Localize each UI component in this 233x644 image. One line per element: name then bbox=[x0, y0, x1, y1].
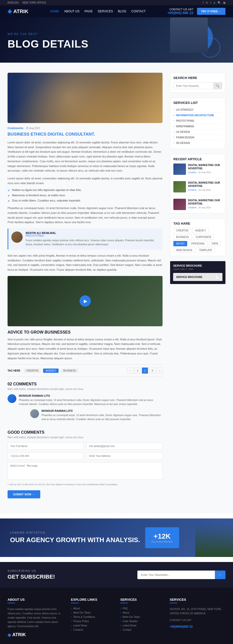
footer-service-news[interactable]: Latest News bbox=[120, 624, 162, 627]
footer-contact-title: SERVICES bbox=[170, 598, 225, 603]
author-quote: Sed nec sapien nec nibh porta fringilla.… bbox=[8, 253, 163, 272]
tag-chip-corporate[interactable]: CORPORATE bbox=[193, 234, 214, 240]
language-selector[interactable]: ENGLISH bbox=[8, 1, 19, 4]
try-free-button[interactable]: TRY IT FREE → bbox=[197, 8, 225, 15]
service-label-3: PROTOTYPING bbox=[176, 119, 195, 122]
pinterest-icon[interactable]: p bbox=[214, 1, 215, 4]
service-item-5[interactable]: + UX DESIGN bbox=[173, 129, 222, 135]
footer-service-case[interactable]: Case Studies bbox=[120, 620, 162, 623]
nav-services[interactable]: SERVICES bbox=[98, 10, 113, 13]
nav-blog[interactable]: BLOG bbox=[118, 10, 126, 13]
footer-link-privacy[interactable]: Privacy Policy bbox=[71, 620, 113, 623]
tag-chip-template[interactable]: TEMPLATE bbox=[196, 248, 215, 253]
service-dot-2: + bbox=[173, 114, 175, 116]
tag-chip-personal[interactable]: PERSONAL bbox=[188, 241, 208, 246]
phone-input[interactable] bbox=[8, 452, 84, 460]
service-item-1[interactable]: + UX STRATEGY bbox=[173, 107, 222, 113]
instagram-icon[interactable]: in bbox=[206, 1, 208, 4]
search-button[interactable]: 🔍 bbox=[213, 83, 222, 89]
facebook-icon[interactable]: f bbox=[203, 1, 204, 4]
nav-home[interactable]: HOME bbox=[50, 10, 59, 13]
twitter-icon[interactable]: t bbox=[211, 1, 211, 4]
office-selector[interactable]: NEW YORK OFFICE bbox=[22, 1, 46, 4]
cta-stat: +12K Our Active Member bbox=[145, 527, 179, 548]
page-3[interactable]: 3 bbox=[149, 368, 155, 374]
tag-agency[interactable]: AGENCY bbox=[43, 369, 59, 373]
comment-body-1: MONSUR RAIMAN LITO Phasellus ac consequa… bbox=[19, 394, 163, 425]
comments-subtitle: Nam velit metus, volutpat elementum susc… bbox=[8, 388, 163, 390]
newsletter-input[interactable] bbox=[137, 571, 215, 579]
blog-category[interactable]: Creativworks bbox=[8, 127, 23, 130]
footer-link-terms[interactable]: Terms & Conditions bbox=[71, 616, 113, 618]
tags-row: TAG HERE CREATIVE AGENCY BUSINESS ← 1 2 … bbox=[8, 364, 163, 377]
tag-creative[interactable]: CREATIVE bbox=[24, 369, 41, 373]
name-input[interactable] bbox=[8, 442, 84, 450]
check-item-1: ✔ Nullam eu ligula nec felis dignissim e… bbox=[8, 188, 163, 192]
tag-chip-business[interactable]: BUSINESS bbox=[173, 234, 192, 240]
service-item-4[interactable]: + WIREFRAMING bbox=[173, 124, 222, 129]
blog-hero-image bbox=[8, 73, 163, 123]
recent-item-1[interactable]: DIGITAL MARKETING OUR ADVERTISE. Creativ… bbox=[173, 164, 222, 178]
nav-contact[interactable]: CONTACT bbox=[131, 10, 146, 13]
service-item-7[interactable]: + XD DESIGN bbox=[173, 140, 222, 146]
tag-chip-agency[interactable]: AGENCY bbox=[192, 228, 209, 233]
page-1[interactable]: 1 bbox=[135, 368, 141, 374]
recent-item-3[interactable]: DIGITAL MARKETING OUR ADVERTISE. Creativ… bbox=[173, 199, 222, 210]
footer-address: SUITE/FL NO. 15, 15TH PHASE, NEW YORK, U… bbox=[170, 607, 225, 616]
service-dot-4: + bbox=[173, 125, 175, 128]
service-label-6: FIGMA DESIGN bbox=[176, 136, 194, 139]
newsletter-submit-button[interactable]: → bbox=[215, 571, 225, 579]
submit-button[interactable]: SUBMIT NOW → bbox=[8, 490, 40, 498]
footer-link-meet-team[interactable]: Meet Our Team bbox=[71, 611, 113, 614]
page-prev[interactable]: ← bbox=[127, 368, 133, 374]
footer-link-about[interactable]: About bbox=[71, 607, 113, 610]
recent-cat-1: Creative bbox=[188, 171, 197, 174]
email-input[interactable] bbox=[86, 442, 163, 450]
footer-link-news[interactable]: Latest News bbox=[71, 624, 113, 627]
footer-logo-text: ATRIK bbox=[12, 632, 26, 637]
form-title: GOOD COMMENTS bbox=[8, 430, 163, 435]
service-item-2[interactable]: + INFORMATION ARCHITECTURE bbox=[173, 113, 222, 118]
service-dot-7: + bbox=[173, 142, 175, 144]
footer-service-meet-team[interactable]: Meet Our Team bbox=[120, 616, 162, 618]
message-input[interactable] bbox=[8, 462, 163, 480]
tag-business[interactable]: BUSINESS bbox=[61, 369, 79, 373]
footer-service-faq[interactable]: FAQ bbox=[120, 607, 162, 610]
service-item-3[interactable]: + PROTOTYPING bbox=[173, 118, 222, 124]
tag-chip-webdesign[interactable]: WEB DESIGN bbox=[173, 248, 195, 253]
address-input[interactable] bbox=[86, 452, 163, 460]
blog-date: 25 Aug 2022 bbox=[26, 127, 40, 130]
video-block[interactable]: ▶ bbox=[8, 276, 163, 326]
top-bar: ENGLISH NEW YORK OFFICE f in t p 🔍 ▦ bbox=[0, 0, 233, 5]
brochure-button-label: SERVICE BROCHURE bbox=[176, 276, 202, 278]
recent-thumb-2 bbox=[173, 181, 186, 192]
footer-service-contact[interactable]: Contact bbox=[120, 628, 162, 631]
search-icon[interactable]: 🔍 bbox=[218, 1, 221, 4]
comment-text-reply-1: Phasellus ac consequat turpis. Ut amet f… bbox=[42, 413, 163, 421]
nav-about[interactable]: ABOUT US bbox=[64, 10, 80, 13]
search-title: SEARCH HERE bbox=[173, 76, 222, 80]
check-icon-2: ✔ bbox=[8, 194, 10, 197]
play-button[interactable]: ▶ bbox=[80, 295, 91, 307]
tag-row-label: TAG HERE bbox=[8, 369, 20, 372]
menu-icon[interactable]: ▦ bbox=[223, 1, 225, 4]
tag-chip-micro[interactable]: MICRO bbox=[173, 241, 187, 246]
page-2[interactable]: 2 bbox=[142, 368, 148, 374]
footer-link-contacts[interactable]: Contacts bbox=[71, 628, 113, 631]
tag-chip-data[interactable]: DATA bbox=[209, 241, 221, 246]
form-subtitle: Nam velit metus, volutpat elementum susc… bbox=[8, 436, 163, 439]
service-item-6[interactable]: + FIGMA DESIGN bbox=[173, 135, 222, 140]
footer-service-about[interactable]: About bbox=[120, 611, 162, 614]
comment-nested-1: MONSUR RAIMAN LITO Phasellus ac consequa… bbox=[30, 409, 163, 421]
service-dot-1: + bbox=[173, 109, 175, 111]
search-input[interactable] bbox=[174, 83, 213, 89]
recent-meta-2: Creative · 25 Aug 2022 bbox=[188, 189, 222, 191]
top-bar-social: f in t p 🔍 ▦ bbox=[203, 1, 225, 4]
recent-item-2[interactable]: DIGITAL MARKETING OUR ADVERTISE. Creativ… bbox=[173, 181, 222, 196]
nav-page[interactable]: PAGE bbox=[85, 10, 93, 13]
newsletter-section: SUBSCRIBING US GET SUBSCRIBE! → bbox=[0, 562, 233, 588]
tag-chip-creative[interactable]: CREATIVE bbox=[173, 228, 191, 233]
recent-meta-1: Creative · 25 Aug 2022 bbox=[188, 171, 222, 174]
page-next[interactable]: → bbox=[157, 368, 163, 374]
brochure-download-button[interactable]: SERVICE BROCHURE 📄 bbox=[173, 273, 222, 281]
